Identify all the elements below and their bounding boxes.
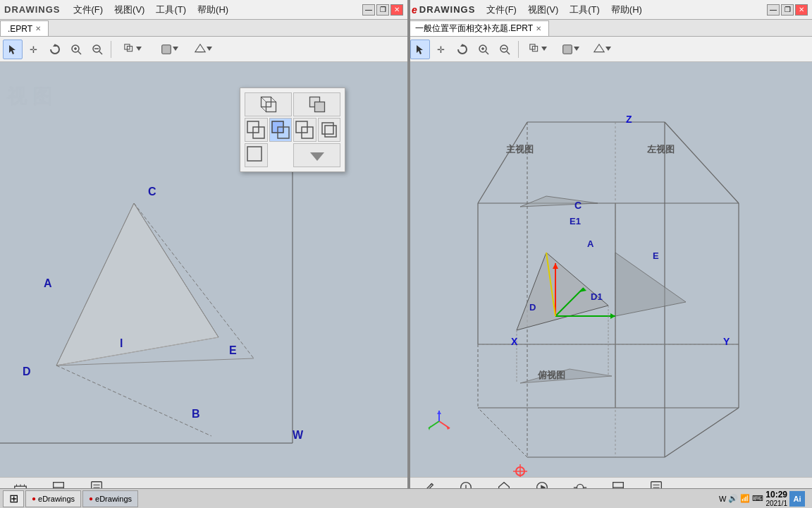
window-divider[interactable] <box>407 0 410 508</box>
svg-marker-13 <box>173 47 178 51</box>
svg-line-50 <box>507 52 510 54</box>
zoom-fit-left[interactable] <box>66 40 86 59</box>
select-tool-right[interactable] <box>410 40 430 59</box>
svg-line-46 <box>486 52 488 54</box>
tab-file-right[interactable]: 一般位置平面相交补充题.EPRT ✕ <box>407 20 549 36</box>
svg-line-28 <box>261 97 266 102</box>
canvas-left: 视 图 C A l E D B W <box>0 62 407 477</box>
zoom-in-right[interactable] <box>495 40 515 59</box>
side-view-label: 左视图 <box>647 143 675 156</box>
restore-right[interactable]: ❐ <box>781 4 794 16</box>
svg-text:✛: ✛ <box>30 44 37 55</box>
view-arrow-down[interactable] <box>293 143 340 167</box>
rotate-tool-right[interactable] <box>453 40 472 59</box>
geometry-svg-right <box>407 62 812 477</box>
menu-tools-right[interactable]: 工具(T) <box>565 2 604 18</box>
toolbar-left: ✛ <box>0 37 407 62</box>
svg-line-77 <box>665 408 739 457</box>
svg-marker-81 <box>517 253 608 330</box>
minimize-right[interactable]: — <box>767 4 780 16</box>
svg-marker-102 <box>437 411 441 414</box>
menu-file-right[interactable]: 文件(F) <box>482 2 521 18</box>
toolbar-right: ✛ <box>407 37 812 62</box>
tab-close-right[interactable]: ✕ <box>536 25 541 32</box>
view-front[interactable] <box>245 118 268 142</box>
drawings-text-right: DRAWINGS <box>419 4 476 15</box>
canvas-right: Z X Y 主视图 左视图 俯视图 C E1 A E D D1 <box>407 62 812 477</box>
svg-line-78 <box>478 408 527 457</box>
menu-bar-left: DRAWINGS 文件(F) 视图(V) 工具(T) 帮助(H) — ❐ ✕ <box>0 0 407 20</box>
view-dropdown <box>240 87 345 172</box>
pan-tool-right[interactable]: ✛ <box>431 40 451 59</box>
select-tool-left[interactable] <box>3 40 23 59</box>
view-right[interactable] <box>293 118 316 142</box>
view-selector-right[interactable] <box>522 40 553 59</box>
sep-right-1 <box>518 41 519 58</box>
coord-indicator-right <box>425 407 453 438</box>
view-iso[interactable] <box>318 118 341 142</box>
section-view-right[interactable] <box>587 40 617 59</box>
geometry-svg-left <box>0 62 407 477</box>
menu-bar-right: e DRAWINGS 文件(F) 视图(V) 工具(T) 帮助(H) — ❐ ✕ <box>407 0 812 20</box>
svg-marker-58 <box>605 47 611 51</box>
menu-help-left[interactable]: 帮助(H) <box>193 2 233 18</box>
ai-button[interactable]: Ai <box>789 491 805 507</box>
svg-line-61 <box>665 122 739 203</box>
tab-bar-right: 一般位置平面相交补充题.EPRT ✕ <box>407 20 812 37</box>
minimize-left[interactable]: — <box>362 4 375 16</box>
svg-line-29 <box>271 97 276 102</box>
svg-marker-57 <box>594 44 604 52</box>
view-top[interactable] <box>269 118 293 142</box>
start-button[interactable]: ⊞ <box>3 490 24 507</box>
taskbar-item-1[interactable]: ● eDrawings <box>25 490 81 507</box>
rotate-tool-left[interactable] <box>45 40 65 59</box>
svg-line-113 <box>431 483 432 485</box>
svg-rect-40 <box>325 126 336 137</box>
svg-line-3 <box>78 52 81 54</box>
view-bottom[interactable] <box>245 143 268 167</box>
svg-rect-39 <box>322 123 333 134</box>
bottom-view-label: 俯视图 <box>538 369 565 382</box>
svg-text:✛: ✛ <box>437 44 445 55</box>
logo-e-right: e <box>412 4 417 16</box>
svg-marker-16 <box>207 47 212 51</box>
close-left[interactable]: ✕ <box>390 4 403 16</box>
svg-marker-83 <box>615 253 686 316</box>
display-mode-left[interactable] <box>152 40 187 59</box>
logo-left: DRAWINGS <box>4 4 61 15</box>
close-right[interactable]: ✕ <box>795 4 808 16</box>
axis-Z-label: Z <box>626 114 632 125</box>
view-3d-2[interactable] <box>293 92 340 116</box>
clock: 10:29 2021/1 <box>765 490 787 507</box>
svg-marker-56 <box>574 47 579 51</box>
window-controls-right: — ❐ ✕ <box>767 4 808 16</box>
drawings-logo-left: DRAWINGS <box>4 4 61 15</box>
pan-tool-left[interactable]: ✛ <box>24 40 44 59</box>
menu-file-left[interactable]: 文件(F) <box>69 2 108 18</box>
display-mode-right[interactable] <box>555 40 586 59</box>
svg-marker-42 <box>310 152 324 161</box>
restore-left[interactable]: ❐ <box>376 4 389 16</box>
sep1 <box>111 41 111 58</box>
zoom-in-left[interactable] <box>87 40 107 59</box>
menu-tools-left[interactable]: 工具(T) <box>152 2 190 18</box>
svg-line-30 <box>261 107 266 112</box>
menu-view-right[interactable]: 视图(V) <box>524 2 562 18</box>
menu-help-right[interactable]: 帮助(H) <box>607 2 646 18</box>
tab-close-left[interactable]: ✕ <box>35 25 41 32</box>
logo-right: e DRAWINGS <box>412 4 475 16</box>
zoom-fit-right[interactable] <box>474 40 493 59</box>
taskbar-item-2[interactable]: ● eDrawings <box>82 490 138 507</box>
view-selector-left[interactable] <box>115 40 150 59</box>
tab-file-left[interactable]: .EPRT ✕ <box>0 20 49 36</box>
front-view-label: 主视图 <box>506 143 534 156</box>
view-3d-1[interactable] <box>245 92 292 116</box>
menu-view-left[interactable]: 视图(V) <box>110 2 149 18</box>
svg-rect-12 <box>162 44 171 54</box>
tab-bar-left: .EPRT ✕ <box>0 20 407 37</box>
section-view-left[interactable] <box>188 40 218 59</box>
axis-Y-label: Y <box>723 336 730 347</box>
svg-marker-93 <box>520 369 612 383</box>
window-controls-left: — ❐ ✕ <box>362 4 403 16</box>
svg-line-7 <box>99 52 102 54</box>
